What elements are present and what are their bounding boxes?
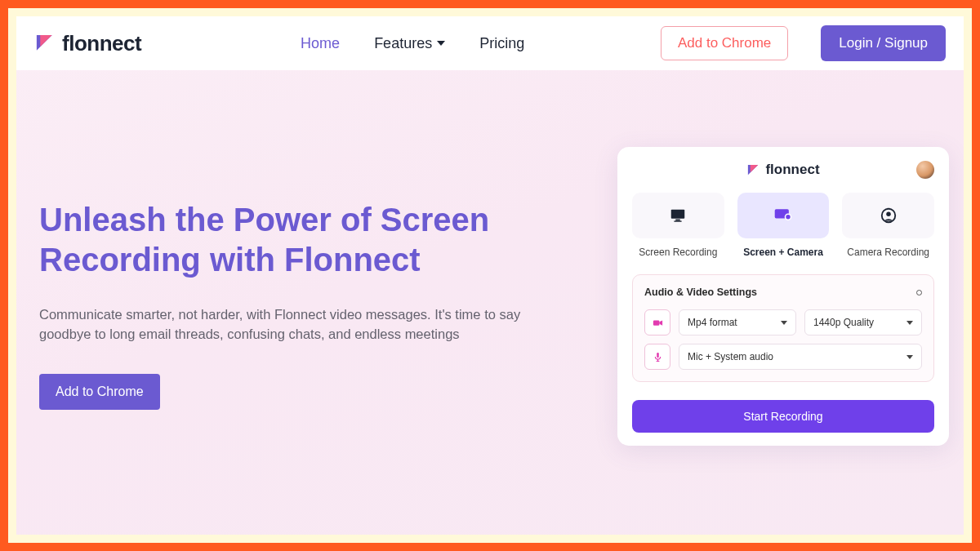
add-to-chrome-header-button[interactable]: Add to Chrome bbox=[661, 26, 788, 60]
format-select-value: Mp4 format bbox=[688, 317, 737, 328]
mode-screen-camera[interactable]: Screen + Camera bbox=[737, 193, 830, 258]
panel-brand-text: flonnect bbox=[765, 162, 819, 178]
main-nav: Home Features Pricing bbox=[301, 35, 524, 52]
audio-select-value: Mic + System audio bbox=[688, 351, 773, 362]
flonnect-logo-icon bbox=[746, 163, 760, 177]
recording-panel: flonnect Screen Recording bbox=[617, 147, 949, 446]
svg-rect-2 bbox=[675, 220, 682, 221]
settings-title: Audio & Video Settings bbox=[644, 287, 757, 298]
brand-logo[interactable]: flonnect bbox=[34, 31, 141, 56]
audio-select[interactable]: Mic + System audio bbox=[679, 344, 922, 370]
hero-section: Unleash the Power of Screen Recording wi… bbox=[39, 200, 562, 410]
flonnect-logo-icon bbox=[34, 33, 56, 54]
login-signup-button[interactable]: Login / Signup bbox=[821, 25, 946, 61]
header-actions: Add to Chrome Login / Signup bbox=[661, 25, 946, 61]
info-icon[interactable] bbox=[916, 290, 922, 295]
panel-header: flonnect bbox=[632, 162, 934, 178]
video-settings-icon-box bbox=[644, 309, 670, 335]
start-recording-button[interactable]: Start Recording bbox=[632, 400, 934, 433]
mode-camera-recording[interactable]: Camera Recording bbox=[842, 193, 934, 258]
chevron-down-icon bbox=[906, 355, 913, 359]
microphone-icon bbox=[652, 351, 664, 363]
person-circle-icon bbox=[879, 207, 898, 224]
mode-screen-camera-label: Screen + Camera bbox=[743, 247, 823, 258]
quality-select[interactable]: 1440p Quality bbox=[804, 309, 922, 335]
nav-pricing[interactable]: Pricing bbox=[479, 35, 524, 52]
mode-selector: Screen Recording Screen + Camera bbox=[632, 193, 934, 258]
format-select[interactable]: Mp4 format bbox=[679, 309, 796, 335]
nav-pricing-label: Pricing bbox=[479, 35, 524, 52]
add-to-chrome-hero-button[interactable]: Add to Chrome bbox=[39, 374, 160, 410]
mode-camera-label: Camera Recording bbox=[847, 247, 929, 258]
svg-rect-0 bbox=[671, 210, 685, 219]
hero-subtitle: Communicate smarter, not harder, with Fl… bbox=[39, 304, 546, 345]
chevron-down-icon bbox=[906, 321, 913, 325]
avatar[interactable] bbox=[916, 161, 934, 179]
quality-select-value: 1440p Quality bbox=[813, 317, 874, 328]
screen-camera-icon bbox=[773, 207, 793, 224]
video-camera-icon bbox=[652, 317, 664, 329]
svg-rect-1 bbox=[676, 220, 681, 221]
panel-brand: flonnect bbox=[746, 162, 819, 178]
nav-features-label: Features bbox=[374, 35, 432, 52]
settings-header: Audio & Video Settings bbox=[644, 287, 922, 298]
nav-home-label: Home bbox=[301, 35, 340, 52]
header: flonnect Home Features Pricing Add to Ch… bbox=[16, 16, 964, 70]
hero-title: Unleash the Power of Screen Recording wi… bbox=[39, 200, 562, 280]
nav-features[interactable]: Features bbox=[374, 35, 445, 52]
svg-point-7 bbox=[886, 211, 891, 216]
svg-rect-9 bbox=[657, 352, 659, 357]
svg-point-5 bbox=[786, 215, 790, 219]
chevron-down-icon bbox=[437, 41, 445, 46]
chevron-down-icon bbox=[781, 321, 787, 325]
mode-screen-recording[interactable]: Screen Recording bbox=[632, 193, 724, 258]
monitor-icon bbox=[668, 207, 688, 224]
brand-name: flonnect bbox=[62, 31, 141, 56]
audio-settings-icon-box bbox=[644, 344, 670, 370]
av-settings: Audio & Video Settings Mp4 format bbox=[632, 274, 934, 382]
mode-screen-label: Screen Recording bbox=[639, 247, 717, 258]
nav-home[interactable]: Home bbox=[301, 35, 340, 52]
svg-rect-8 bbox=[653, 320, 659, 325]
